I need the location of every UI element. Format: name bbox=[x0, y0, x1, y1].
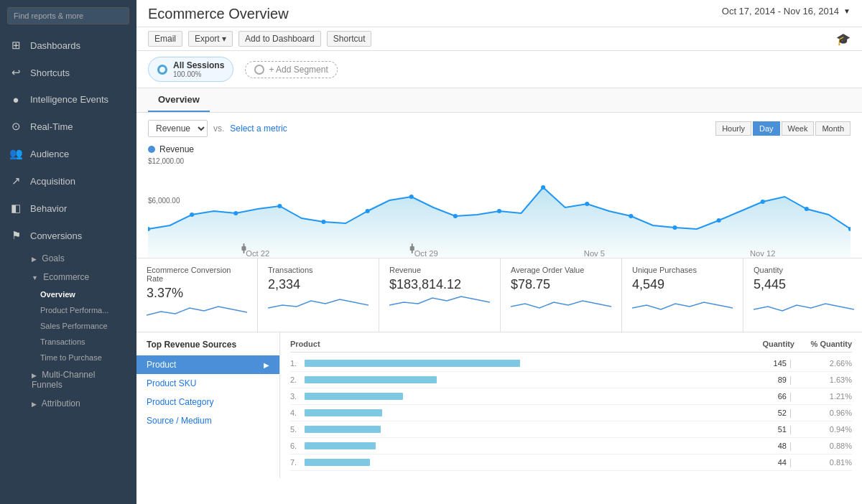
sidebar-subsub-label-overview: Overview bbox=[40, 290, 75, 299]
sidebar-item-shortcuts[interactable]: ↩ Shortcuts bbox=[0, 59, 136, 86]
row-bar-container-2 bbox=[305, 393, 736, 400]
time-btn-week[interactable]: Week bbox=[782, 121, 815, 136]
sidebar-label-intelligence: Intelligence Events bbox=[30, 94, 108, 105]
add-to-dashboard-button[interactable]: Add to Dashboard bbox=[238, 31, 321, 47]
row-qty-0: 145 bbox=[736, 359, 787, 368]
chart-container: $12,000.00 $6,000.00 bbox=[148, 157, 851, 258]
row-qty-2: 66 bbox=[736, 392, 787, 401]
table-row: 3. 66 | 1.21% bbox=[290, 388, 852, 405]
sidebar-item-realtime[interactable]: ⊙ Real-Time bbox=[0, 113, 136, 140]
row-divider-6: | bbox=[789, 457, 792, 467]
sidebar-label-audience: Audience bbox=[30, 149, 69, 159]
row-bar-6 bbox=[305, 459, 370, 466]
source-product-sku[interactable]: Product SKU bbox=[136, 374, 279, 393]
tab-bar: Overview bbox=[136, 88, 862, 113]
metric-name-5: Quantity bbox=[754, 266, 854, 274]
col-header-pct: % Quantity bbox=[794, 340, 852, 348]
sidebar-sub-label-ecommerce: Ecommerce bbox=[43, 272, 89, 282]
table-row: 5. 51 | 0.94% bbox=[290, 421, 852, 438]
source-product[interactable]: Product ▶ bbox=[136, 355, 279, 374]
conversions-icon: ⚑ bbox=[9, 229, 23, 242]
sidebar-item-conversions[interactable]: ⚑ Conversions bbox=[0, 222, 136, 249]
metric-value-2: $183,814.12 bbox=[389, 277, 490, 292]
tab-overview[interactable]: Overview bbox=[148, 88, 210, 112]
svg-point-5 bbox=[366, 209, 370, 213]
metrics-row: Ecommerce Conversion Rate 3.37% Transact… bbox=[136, 258, 862, 332]
row-bar-3 bbox=[305, 409, 382, 416]
svg-rect-24 bbox=[410, 246, 414, 251]
row-divider-0: | bbox=[789, 358, 792, 368]
row-divider-3: | bbox=[789, 408, 792, 418]
metric-conversion-rate: Ecommerce Conversion Rate 3.37% bbox=[136, 258, 258, 332]
search-box[interactable] bbox=[0, 0, 136, 32]
sidebar: ⊞ Dashboards ↩ Shortcuts ● Intelligence … bbox=[0, 0, 136, 504]
shortcuts-icon: ↩ bbox=[9, 66, 23, 79]
svg-text:Nov 12: Nov 12 bbox=[750, 249, 775, 258]
all-sessions-segment[interactable]: All Sessions 100.00% bbox=[148, 57, 233, 82]
row-num-5: 6. bbox=[290, 442, 305, 450]
export-button[interactable]: Export ▾ bbox=[188, 31, 233, 47]
sidebar-sub-label-attribution: Attribution bbox=[42, 398, 80, 409]
row-bar-0 bbox=[305, 360, 520, 367]
bottom-section: Top Revenue Sources Product ▶ Product SK… bbox=[136, 332, 862, 478]
shortcut-button[interactable]: Shortcut bbox=[327, 31, 372, 47]
source-arrow-0: ▶ bbox=[264, 361, 269, 369]
table-row: 2. 89 | 1.63% bbox=[290, 372, 852, 388]
sidebar-label-conversions: Conversions bbox=[30, 230, 82, 241]
sidebar-sub-goals[interactable]: ▶ Goals bbox=[0, 249, 136, 268]
legend-dot bbox=[148, 146, 155, 153]
date-range[interactable]: Oct 17, 2014 - Nov 16, 2014 bbox=[722, 6, 839, 17]
sidebar-label-behavior: Behavior bbox=[30, 203, 67, 214]
sparkline-3 bbox=[511, 292, 611, 314]
metric-value-5: 5,445 bbox=[754, 277, 854, 292]
sidebar-sub-multichannel[interactable]: ▶ Multi-Channel Funnels bbox=[0, 365, 136, 394]
sidebar-subsub-sales-perf[interactable]: Sales Performance bbox=[0, 318, 136, 334]
svg-point-15 bbox=[805, 207, 809, 211]
row-pct-1: 1.63% bbox=[794, 375, 852, 384]
svg-point-6 bbox=[409, 195, 414, 199]
sidebar-item-acquisition[interactable]: ↗ Acquisition bbox=[0, 167, 136, 195]
page-header: Ecommerce Overview Oct 17, 2014 - Nov 16… bbox=[136, 0, 862, 27]
metric-unique-purchases: Unique Purchases 4,549 bbox=[622, 258, 743, 332]
metric-name-2: Revenue bbox=[389, 266, 490, 274]
sidebar-item-behavior[interactable]: ◧ Behavior bbox=[0, 195, 136, 222]
select-metric-link[interactable]: Select a metric bbox=[230, 123, 287, 134]
search-input[interactable] bbox=[7, 7, 129, 24]
time-btn-month[interactable]: Month bbox=[815, 121, 851, 136]
sidebar-item-audience[interactable]: 👥 Audience bbox=[0, 140, 136, 167]
toolbar: Email Export ▾ Add to Dashboard Shortcut… bbox=[136, 27, 862, 51]
svg-point-3 bbox=[277, 204, 282, 208]
metric-dropdown[interactable]: Revenue bbox=[149, 121, 207, 136]
sidebar-item-dashboards[interactable]: ⊞ Dashboards bbox=[0, 32, 136, 59]
time-controls: Hourly Day Week Month bbox=[715, 121, 851, 136]
sidebar-subsub-label-transactions: Transactions bbox=[40, 337, 85, 346]
row-num-6: 7. bbox=[290, 458, 305, 467]
sidebar-subsub-overview[interactable]: Overview bbox=[0, 286, 136, 302]
row-bar-container-0 bbox=[305, 360, 736, 367]
sidebar-sub-attribution[interactable]: ▶ Attribution bbox=[0, 394, 136, 413]
metric-avg-order: Average Order Value $78.75 bbox=[501, 258, 622, 332]
sidebar-subsub-time-to-purchase[interactable]: Time to Purchase bbox=[0, 350, 136, 365]
source-product-category[interactable]: Product Category bbox=[136, 393, 279, 411]
time-btn-day[interactable]: Day bbox=[753, 121, 780, 136]
sidebar-subsub-transactions[interactable]: Transactions bbox=[0, 334, 136, 350]
metric-selector[interactable]: Revenue bbox=[148, 120, 208, 137]
sidebar-subsub-product-perf[interactable]: Product Performa... bbox=[0, 302, 136, 318]
sidebar-item-intelligence[interactable]: ● Intelligence Events bbox=[0, 86, 136, 113]
add-segment-button[interactable]: + Add Segment bbox=[245, 61, 337, 78]
row-bar-container-1 bbox=[305, 376, 736, 383]
svg-point-2 bbox=[233, 211, 238, 215]
help-icon[interactable]: 🎓 bbox=[836, 32, 851, 46]
table-header: Product Quantity % Quantity bbox=[290, 340, 852, 353]
svg-point-8 bbox=[497, 209, 501, 213]
svg-text:Oct 22: Oct 22 bbox=[246, 249, 269, 258]
row-qty-6: 44 bbox=[736, 458, 787, 467]
email-button[interactable]: Email bbox=[148, 31, 182, 47]
metric-quantity: Quantity 5,445 bbox=[743, 258, 862, 332]
time-btn-hourly[interactable]: Hourly bbox=[715, 121, 751, 136]
sidebar-sub-ecommerce[interactable]: ▼ Ecommerce bbox=[0, 268, 136, 286]
date-dropdown-icon[interactable]: ▼ bbox=[843, 7, 851, 15]
source-source-medium[interactable]: Source / Medium bbox=[136, 411, 279, 430]
multichannel-arrow: ▶ bbox=[32, 372, 37, 379]
row-divider-5: | bbox=[789, 441, 792, 451]
